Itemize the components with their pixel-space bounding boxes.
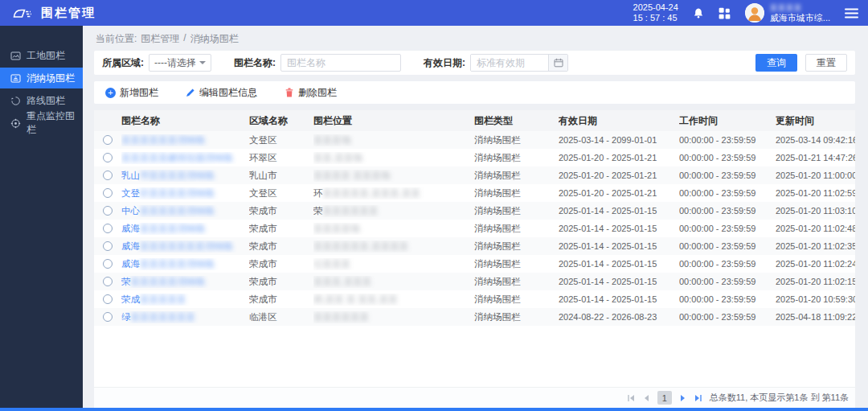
valid-date-cell: 2025-01-20 - 2025-01-21 — [559, 171, 679, 180]
update-time-cell: 2025-01-21 14:47:26 — [776, 153, 855, 162]
last-page-icon[interactable] — [694, 394, 702, 402]
location-cell: 某某某某 某某某场 — [313, 170, 474, 182]
delete-fence-button[interactable]: 删除围栏 — [285, 86, 337, 100]
region-cell: 荣成市 — [249, 258, 313, 270]
fence-name-link[interactable]: 威海某某某某某消纳场 — [121, 259, 214, 269]
monitor-fence-icon — [10, 118, 21, 129]
apps-grid-icon[interactable] — [719, 7, 731, 19]
fence-name-link[interactable]: 荣某某某某某消纳场 — [121, 277, 205, 286]
fence-table: 围栏名称 区域名称 围栏位置 围栏类型 有效日期 工作时间 更新时间 某某某某某… — [94, 110, 855, 408]
table-row[interactable]: 文登区某某某某消纳场 文登区 环某某某某某,某某某,某某 消纳场围栏 2025-… — [94, 184, 855, 202]
table-row[interactable]: 绿某某某某某某某 临港区 某某某某某某 消纳场围栏 2024-08-22 - 2… — [94, 308, 855, 326]
update-time-cell: 2025-01-20 11:02:15 — [776, 277, 855, 286]
row-radio-button[interactable] — [103, 277, 113, 286]
bottom-accent-bar — [0, 408, 868, 411]
table-row[interactable]: 威海某某某某某某某消纳场 荣成市 某某某某某某,某某某某 消纳场围栏 2025-… — [94, 237, 855, 255]
plus-circle-icon — [105, 88, 116, 98]
sidebar-item-route-fence[interactable]: 路线围栏 — [0, 90, 83, 111]
fence-name-link[interactable]: 文登区某某某某消纳场 — [121, 188, 214, 198]
column-header-region: 区域名称 — [249, 114, 313, 128]
sidebar-item-disposal-fence[interactable]: 消纳场围栏 — [0, 68, 83, 88]
next-page-icon[interactable] — [679, 394, 687, 402]
column-header-work-time: 工作时间 — [679, 114, 776, 128]
row-radio-button[interactable] — [103, 259, 113, 269]
location-cell: 某某,某某场 — [313, 152, 474, 164]
column-header-location: 围栏位置 — [313, 114, 474, 128]
table-row[interactable]: 某某某某某建筑垃圾消纳场 环翠区 某某,某某场 消纳场围栏 2025-01-20… — [94, 149, 855, 166]
valid-date-cell: 2025-03-14 - 2099-01-01 — [559, 135, 679, 145]
user-profile[interactable]: 某某某某 威海市城市综... — [745, 3, 830, 23]
prev-page-icon[interactable] — [642, 394, 650, 402]
query-button[interactable]: 查询 — [755, 54, 797, 72]
row-radio-button[interactable] — [103, 153, 113, 162]
chevron-down-icon — [199, 61, 206, 64]
first-page-icon[interactable] — [627, 394, 635, 402]
valid-date-field — [470, 54, 568, 72]
row-radio-button[interactable] — [103, 241, 113, 251]
fence-name-link[interactable]: 威海某某某某某某某消纳场 — [121, 241, 232, 251]
table-row[interactable]: 某某某某某某消纳场 文登区 某某某地 消纳场围栏 2025-03-14 - 20… — [94, 131, 855, 149]
work-time-cell: 00:00:00 - 23:59:59 — [679, 224, 776, 233]
update-time-cell: 2025-01-20 11:02:59 — [776, 188, 855, 198]
valid-date-input[interactable] — [471, 55, 548, 71]
update-time-cell: 2025-03-14 09:42:16 — [776, 135, 855, 145]
region-select[interactable]: ----请选择 — [149, 54, 211, 72]
fence-name-link[interactable]: 绿某某某某某某某 — [121, 312, 195, 322]
breadcrumb-parent[interactable]: 围栏管理 — [141, 32, 179, 46]
table-row[interactable]: 荣某某某某某消纳场 荣成市 某某某,某某某 消纳场围栏 2025-01-14 -… — [94, 273, 855, 290]
row-radio-button[interactable] — [103, 294, 113, 304]
header-time: 15 : 57 : 45 — [633, 13, 678, 23]
table-row[interactable]: 威海某某某某消纳场 荣成市 某某某某场 消纳场围栏 2025-01-14 - 2… — [94, 220, 855, 237]
fence-name-link[interactable]: 某某某某某建筑垃圾消纳场 — [121, 153, 232, 162]
user-names: 某某某某 威海市城市综... — [770, 3, 830, 23]
edit-fence-label: 编辑围栏信息 — [199, 86, 257, 100]
page-number[interactable]: 1 — [657, 391, 672, 405]
valid-date-cell: 2025-01-20 - 2025-01-21 — [559, 153, 679, 162]
location-cell: 位某某某 — [313, 258, 474, 270]
update-time-cell: 2025-01-20 11:03:10 — [776, 206, 855, 216]
reset-button[interactable]: 重置 — [805, 54, 847, 72]
fence-type-cell: 消纳场围栏 — [474, 240, 559, 253]
column-header-valid-date: 有效日期 — [559, 114, 679, 128]
sidebar: 工地围栏 消纳场围栏 路线围栏 重点监控围栏 — [0, 26, 83, 408]
sidebar-item-monitor-fence[interactable]: 重点监控围栏 — [0, 113, 83, 134]
header-right: 2025-04-24 15 : 57 : 45 — [633, 2, 858, 23]
row-radio-button[interactable] — [103, 224, 113, 233]
table-row[interactable]: 中心某某某某某消纳场 荣成市 荣某某某某某某 消纳场围栏 2025-01-14 … — [94, 202, 855, 220]
table-row[interactable]: 威海某某某某某消纳场 荣成市 位某某某 消纳场围栏 2025-01-14 - 2… — [94, 255, 855, 273]
table-row[interactable]: 乳山市某某某某消纳场 乳山市 某某某某 某某某场 消纳场围栏 2025-01-2… — [94, 166, 855, 184]
location-cell: 某某某某某某,某某某某 — [313, 240, 474, 253]
row-radio-button[interactable] — [103, 312, 113, 322]
row-radio-button[interactable] — [103, 171, 113, 180]
row-radio-button[interactable] — [103, 135, 113, 145]
fence-name-filter-label: 围栏名称: — [234, 56, 276, 70]
work-time-cell: 00:00:00 - 23:59:59 — [679, 241, 776, 251]
add-fence-button[interactable]: 新增围栏 — [105, 86, 158, 100]
region-cell: 文登区 — [249, 134, 313, 146]
fence-name-input[interactable] — [280, 54, 401, 72]
sidebar-item-site-fence[interactable]: 工地围栏 — [0, 45, 83, 66]
table-action-bar: 新增围栏 编辑围栏信息 删除围栏 — [94, 81, 855, 104]
route-fence-icon — [10, 96, 21, 106]
table-empty-area — [94, 326, 855, 387]
fence-name-link[interactable]: 中心某某某某某消纳场 — [121, 206, 214, 216]
app-logo-icon — [11, 6, 33, 21]
avatar — [745, 3, 764, 23]
calendar-icon[interactable] — [548, 55, 567, 71]
edit-fence-button[interactable]: 编辑围栏信息 — [186, 86, 257, 100]
table-row[interactable]: 荣成某某某某某 荣成市 易,某某 某 某某,某某 消纳场围栏 2025-01-1… — [94, 290, 855, 308]
location-cell: 某某某地 — [313, 134, 474, 146]
work-time-cell: 00:00:00 - 23:59:59 — [679, 312, 776, 322]
fence-type-cell: 消纳场围栏 — [474, 223, 559, 235]
location-cell: 荣某某某某某某 — [313, 205, 474, 217]
bell-icon[interactable] — [693, 7, 704, 19]
fence-name-link[interactable]: 威海某某某某消纳场 — [121, 224, 205, 233]
fence-name-link[interactable]: 某某某某某某消纳场 — [121, 135, 205, 145]
region-cell: 文登区 — [249, 187, 313, 199]
hamburger-menu-icon[interactable] — [845, 8, 858, 18]
fence-name-link[interactable]: 乳山市某某某某消纳场 — [121, 171, 214, 180]
fence-name-link[interactable]: 荣成某某某某某 — [121, 294, 186, 304]
fence-type-cell: 消纳场围栏 — [474, 205, 559, 217]
row-radio-button[interactable] — [103, 188, 113, 198]
row-radio-button[interactable] — [103, 206, 113, 216]
